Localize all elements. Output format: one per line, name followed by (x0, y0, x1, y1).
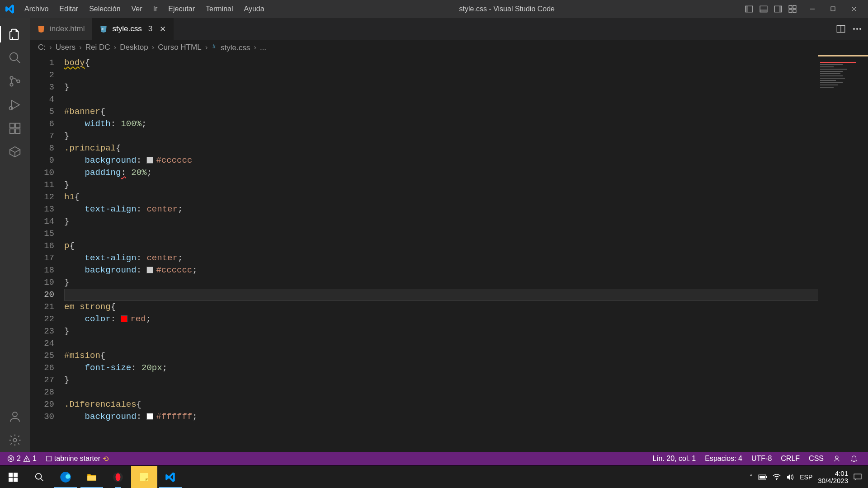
code-line[interactable] (64, 289, 868, 301)
code-line[interactable]: text-align: center; (64, 252, 868, 264)
code-line[interactable]: .Diferenciales{ (64, 399, 868, 411)
status-feedback-icon[interactable] (828, 455, 845, 463)
code-line[interactable]: text-align: center; (64, 203, 868, 216)
close-tab-icon[interactable]: ✕ (160, 24, 166, 34)
status-eol[interactable]: CRLF (776, 455, 804, 463)
menu-editar[interactable]: Editar (54, 2, 84, 16)
svg-rect-22 (15, 129, 20, 133)
source-control-icon[interactable] (6, 70, 24, 93)
tray-wifi-icon[interactable] (773, 474, 781, 480)
svg-rect-51 (760, 476, 765, 479)
tray-input-language[interactable]: ESP (800, 474, 812, 481)
status-problems[interactable]: 2 1 (3, 455, 41, 463)
tray-action-center-icon[interactable] (854, 474, 862, 481)
code-line[interactable]: h1{ (64, 191, 868, 203)
tray-show-hidden-icon[interactable]: ˄ (750, 474, 753, 481)
breadcrumb[interactable]: C:›Users›Rei DC›Desktop›Curso HTML›# sty… (30, 40, 868, 55)
start-button[interactable] (0, 466, 26, 488)
code-content[interactable]: body{ } #banner{ width: 100%;}.principal… (64, 55, 868, 452)
tray-clock[interactable]: 4:01 30/4/2023 (818, 470, 848, 484)
code-line[interactable]: #banner{ (64, 106, 868, 118)
toggle-panel-icon[interactable] (759, 4, 769, 14)
breadcrumb-segment[interactable]: Desktop (120, 43, 148, 52)
breadcrumb-segment[interactable]: ... (260, 43, 266, 52)
code-line[interactable]: color: red; (64, 313, 868, 325)
status-cursor-position[interactable]: Lín. 20, col. 1 (648, 455, 700, 463)
code-line[interactable]: background: #cccccc; (64, 264, 868, 277)
code-line[interactable]: #mision{ (64, 350, 868, 362)
breadcrumb-segment[interactable]: Rei DC (85, 43, 110, 52)
code-line[interactable] (64, 228, 868, 240)
menu-ayuda[interactable]: Ayuda (239, 2, 270, 16)
code-line[interactable]: p{ (64, 240, 868, 252)
status-tabnine[interactable]: tabnine starter ⟲ (41, 455, 113, 463)
code-line[interactable] (64, 94, 868, 106)
toggle-primary-sidebar-icon[interactable] (744, 4, 754, 14)
split-editor-icon[interactable] (836, 24, 845, 33)
minimize-button[interactable] (802, 0, 823, 18)
breadcrumb-segment[interactable]: Users (56, 43, 75, 52)
extensions-icon[interactable] (6, 117, 24, 140)
menu-ver[interactable]: Ver (126, 2, 148, 16)
status-indentation[interactable]: Espacios: 4 (700, 455, 747, 463)
menu-archivo[interactable]: Archivo (19, 2, 54, 16)
editor[interactable]: 1234567891011121314151617181920212223242… (30, 55, 868, 452)
more-actions-icon[interactable] (853, 28, 862, 30)
code-line[interactable]: width: 100%; (64, 118, 868, 130)
code-line[interactable]: em strong{ (64, 301, 868, 313)
tray-volume-icon[interactable] (786, 474, 794, 481)
svg-point-17 (10, 83, 13, 86)
search-icon[interactable] (6, 46, 24, 70)
status-encoding[interactable]: UTF-8 (747, 455, 776, 463)
taskbar-edge-icon[interactable] (52, 466, 79, 488)
settings-gear-icon[interactable] (6, 428, 24, 452)
breadcrumb-segment[interactable]: Curso HTML (158, 43, 201, 52)
menu-ir[interactable]: Ir (148, 2, 163, 16)
code-line[interactable] (64, 338, 868, 350)
code-line[interactable]: padding: 20%; (64, 167, 868, 179)
error-count: 2 (17, 455, 21, 463)
warning-count: 1 (33, 455, 37, 463)
code-line[interactable]: } (64, 277, 868, 289)
taskbar-opera-icon[interactable] (105, 466, 131, 488)
breadcrumb-segment[interactable]: # style.css (211, 43, 250, 52)
code-line[interactable]: } (64, 81, 868, 94)
toggle-secondary-sidebar-icon[interactable] (773, 4, 783, 14)
run-debug-icon[interactable] (6, 93, 24, 117)
code-line[interactable]: background: #ffffff; (64, 411, 868, 423)
customize-layout-icon[interactable] (788, 4, 797, 14)
status-notifications-icon[interactable] (845, 455, 863, 463)
code-line[interactable]: body{ (64, 57, 868, 69)
close-button[interactable] (844, 0, 864, 18)
code-line[interactable] (64, 69, 868, 81)
tab-style-css[interactable]: #style.css3✕ (92, 18, 174, 40)
code-line[interactable] (64, 386, 868, 399)
minimap[interactable] (818, 55, 868, 452)
breadcrumb-segment[interactable]: C: (38, 43, 46, 52)
code-line[interactable]: } (64, 374, 868, 386)
code-line[interactable]: } (64, 216, 868, 228)
code-line[interactable]: .principal{ (64, 142, 868, 155)
taskbar-file-explorer-icon[interactable] (79, 466, 105, 488)
tab-index-html[interactable]: index.html (30, 18, 92, 40)
menu-ejecutar[interactable]: Ejecutar (163, 2, 200, 16)
svg-point-29 (853, 28, 855, 30)
remote-explorer-icon[interactable] (6, 140, 24, 164)
code-line[interactable]: } (64, 325, 868, 338)
explorer-icon[interactable] (6, 23, 24, 46)
maximize-button[interactable] (823, 0, 844, 18)
taskbar-vscode-icon[interactable] (157, 466, 184, 488)
code-line[interactable]: } (64, 130, 868, 142)
menu-bar: ArchivoEditarSelecciónVerIrEjecutarTermi… (19, 2, 270, 16)
code-line[interactable]: background: #cccccc (64, 155, 868, 167)
taskbar-search-icon[interactable] (26, 466, 52, 488)
code-line[interactable]: } (64, 179, 868, 191)
menu-selección[interactable]: Selección (84, 2, 126, 16)
accounts-icon[interactable] (6, 405, 24, 428)
tray-battery-icon[interactable] (758, 474, 767, 480)
taskbar-sticky-notes-icon[interactable] (131, 466, 157, 488)
status-language[interactable]: CSS (804, 455, 828, 463)
svg-rect-7 (793, 5, 796, 9)
code-line[interactable]: font-size: 20px; (64, 362, 868, 374)
menu-terminal[interactable]: Terminal (200, 2, 238, 16)
